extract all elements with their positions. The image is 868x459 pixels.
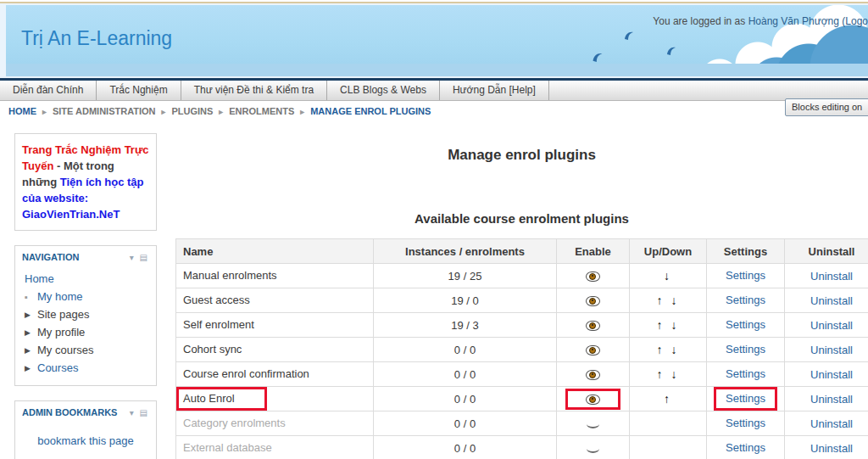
move-arrows[interactable]: ↑ ↓: [657, 367, 680, 381]
sidebar-item-site-pages[interactable]: Site pages: [15, 305, 156, 323]
breadcrumb: HOME►SITE ADMINISTRATION►PLUGINS►ENROLME…: [8, 104, 431, 119]
admin-bookmarks-block: ADMIN BOOKMARKS ▾ ▤ bookmark this page: [14, 400, 157, 459]
sidebar-item-label[interactable]: My profile: [37, 326, 85, 339]
sidebar-item-my-home[interactable]: My home: [15, 288, 156, 305]
sidebar-item-courses[interactable]: Courses: [15, 359, 156, 377]
table-row-auto-enrol: Auto Enrol 0 / 0 ↑ Settings Uninstall: [176, 387, 868, 411]
sidebar-item-label[interactable]: Home: [25, 272, 54, 285]
eye-open-icon[interactable]: [565, 389, 620, 410]
settings-link[interactable]: Settings: [726, 269, 765, 282]
tab-dien-dan-chinh[interactable]: Diễn đàn Chính: [0, 81, 97, 100]
move-arrows[interactable]: ↑ ↓: [657, 318, 680, 332]
logout-link[interactable]: (Logout): [842, 15, 868, 27]
sidebar-item-label[interactable]: Courses: [37, 361, 78, 374]
header-banner: Trị An E-Learning You are logged in as H…: [6, 5, 868, 76]
expand-triangle-icon[interactable]: [25, 311, 37, 319]
uninstall-link[interactable]: Uninstall: [810, 442, 853, 455]
main-content: Manage enrol plugins Available course en…: [175, 123, 868, 459]
promo-block: Trang Trắc Nghiệm Trực Tuyến - Một trong…: [14, 133, 157, 231]
eye-open-icon[interactable]: [565, 364, 620, 385]
tab-huong-dan-help[interactable]: Hướng Dẫn [Help]: [440, 81, 549, 100]
uninstall-link[interactable]: Uninstall: [810, 270, 853, 283]
login-status: You are logged in as Hoàng Văn Phượng (L…: [653, 15, 868, 27]
breadcrumb-enrolments[interactable]: ENROLMENTS: [229, 106, 294, 116]
instances-cell: 0 / 0: [374, 338, 557, 362]
plugin-name-cell: Guest access: [176, 288, 374, 313]
plugin-name-cell: Auto Enrol: [176, 387, 374, 411]
breadcrumb-arrow-icon: ►: [156, 108, 172, 116]
login-prefix: You are logged in as: [653, 15, 745, 27]
expand-triangle-icon[interactable]: [25, 328, 37, 337]
enrol-plugins-table: Name Instances / enrolments Enable Up/Do…: [175, 238, 868, 459]
settings-link[interactable]: Settings: [726, 441, 765, 454]
instances-cell: 0 / 0: [374, 411, 557, 436]
header-bottom-strip: [6, 64, 868, 76]
breadcrumb-manage-enrol-plugins[interactable]: MANAGE ENROL PLUGINS: [310, 106, 431, 116]
instances-cell: 0 / 0: [374, 387, 557, 411]
tab-clb-blogs-webs[interactable]: CLB Blogs & Webs: [327, 81, 440, 100]
tab-thu-vien-de-thi[interactable]: Thư viện Đề thi & Kiểm tra: [181, 81, 327, 100]
navigation-block: NAVIGATION ▾ ▤ Home My home Site pages M…: [14, 245, 157, 386]
site-title: Trị An E-Learning: [21, 27, 172, 50]
eye-closed-icon[interactable]: [566, 439, 620, 458]
column-header-updown: Up/Down: [630, 239, 707, 264]
eye-closed-icon[interactable]: [566, 414, 620, 434]
sidebar-item-label[interactable]: My home: [37, 290, 82, 303]
tab-trac-nghiem[interactable]: Trắc Nghiệm: [97, 81, 181, 100]
uninstall-link[interactable]: Uninstall: [810, 294, 853, 307]
page-header: Trị An E-Learning You are logged in as H…: [0, 3, 868, 78]
uninstall-link[interactable]: Uninstall: [810, 319, 853, 332]
profile-link[interactable]: Hoàng Văn Phượng: [748, 15, 839, 27]
settings-link[interactable]: Settings: [726, 343, 765, 355]
bookmark-this-page-link[interactable]: bookmark this page: [37, 434, 133, 447]
expand-triangle-icon[interactable]: [25, 364, 37, 372]
instances-cell: 0 / 0: [374, 436, 557, 459]
move-arrows[interactable]: ↑: [664, 392, 672, 406]
dock-icon[interactable]: ▤: [140, 408, 149, 417]
bird-icon: [623, 31, 637, 41]
column-header-uninstall: Uninstall: [785, 239, 868, 264]
plugin-name-cell: Cohort sync: [176, 338, 374, 362]
eye-open-icon[interactable]: [565, 290, 620, 311]
column-header-name: Name: [176, 239, 374, 264]
move-arrows[interactable]: ↑ ↓: [657, 294, 680, 307]
uninstall-link[interactable]: Uninstall: [810, 393, 853, 406]
collapse-icon[interactable]: ▾: [130, 253, 136, 262]
eye-open-icon[interactable]: [565, 339, 620, 361]
uninstall-link[interactable]: Uninstall: [810, 344, 853, 356]
sidebar-item-label[interactable]: My courses: [37, 344, 93, 356]
eye-open-icon[interactable]: [565, 266, 620, 287]
breadcrumb-arrow-icon: ►: [294, 108, 310, 116]
move-arrows[interactable]: ↑ ↓: [657, 343, 680, 356]
expand-triangle-icon[interactable]: [25, 346, 37, 355]
breadcrumb-plugins[interactable]: PLUGINS: [171, 106, 213, 116]
plugin-name-cell: Self enrolment: [176, 313, 374, 338]
square-bullet-icon: [25, 292, 37, 302]
breadcrumb-arrow-icon: ►: [36, 108, 53, 116]
breadcrumb-site-administration[interactable]: SITE ADMINISTRATION: [53, 106, 156, 116]
navigation-block-title: NAVIGATION: [22, 252, 79, 262]
sidebar-item-label[interactable]: Site pages: [37, 308, 89, 321]
column-header-instances: Instances / enrolments: [374, 239, 557, 264]
settings-link[interactable]: Settings: [726, 417, 765, 429]
sidebar-item-my-courses[interactable]: My courses: [15, 341, 156, 359]
collapse-icon[interactable]: ▾: [130, 408, 136, 417]
move-arrows[interactable]: ↓: [664, 269, 672, 283]
sidebar-item-my-profile[interactable]: My profile: [15, 323, 156, 341]
settings-link[interactable]: Settings: [726, 294, 765, 306]
sidebar-item-home[interactable]: Home: [15, 270, 156, 288]
uninstall-link[interactable]: Uninstall: [810, 368, 853, 381]
sidebar: Trang Trắc Nghiệm Trực Tuyến - Một trong…: [14, 133, 157, 459]
eye-open-icon[interactable]: [565, 315, 620, 336]
settings-link[interactable]: Settings: [726, 367, 765, 380]
uninstall-link[interactable]: Uninstall: [810, 417, 853, 430]
plugin-name-cell: Manual enrolments: [176, 264, 374, 288]
breadcrumb-home[interactable]: HOME: [8, 106, 36, 116]
blocks-editing-button[interactable]: Blocks editing on: [785, 98, 868, 116]
settings-link[interactable]: Settings: [726, 392, 765, 405]
page-title: Manage enrol plugins: [175, 147, 868, 164]
bird-icon: [591, 52, 606, 63]
dock-icon[interactable]: ▤: [140, 253, 149, 262]
breadcrumb-arrow-icon: ►: [213, 108, 229, 116]
settings-link[interactable]: Settings: [726, 318, 765, 331]
